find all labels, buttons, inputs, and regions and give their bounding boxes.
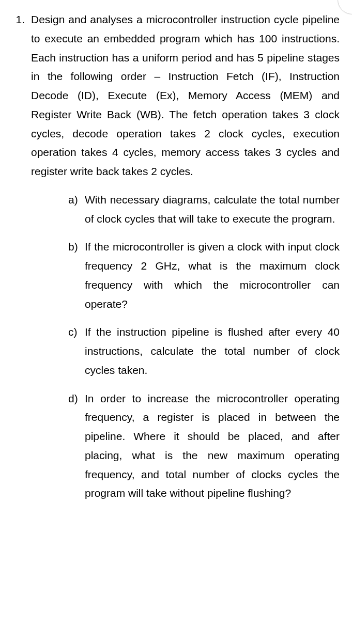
subpart-text: In order to increase the microcontroller… bbox=[85, 389, 340, 504]
subpart-label: a) bbox=[68, 191, 85, 210]
question-content: Design and analyses a microcontroller in… bbox=[31, 10, 340, 503]
subpart-c: c) If the instruction pipeline is flushe… bbox=[68, 323, 340, 380]
subpart-text: If the instruction pipeline is flushed a… bbox=[85, 323, 340, 380]
question-stem: Design and analyses a microcontroller in… bbox=[31, 10, 340, 181]
subpart-label: b) bbox=[68, 238, 85, 257]
subpart-b: b) If the microcontroller is given a clo… bbox=[68, 238, 340, 313]
page-corner-decoration bbox=[338, 0, 352, 14]
subpart-label: c) bbox=[68, 323, 85, 342]
subpart-d: d) In order to increase the microcontrol… bbox=[68, 389, 340, 504]
subpart-text: With necessary diagrams, calculate the t… bbox=[85, 191, 340, 229]
subparts-list: a) With necessary diagrams, calculate th… bbox=[31, 191, 340, 503]
subpart-a: a) With necessary diagrams, calculate th… bbox=[68, 191, 340, 229]
subpart-text: If the microcontroller is given a clock … bbox=[85, 238, 340, 313]
question-number: 1. bbox=[10, 10, 31, 29]
question-container: 1. Design and analyses a microcontroller… bbox=[10, 10, 340, 503]
subpart-label: d) bbox=[68, 389, 85, 409]
